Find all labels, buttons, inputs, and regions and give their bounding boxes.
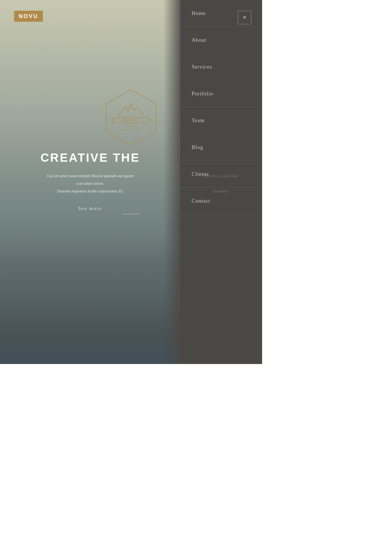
hero-title: CREATIVE THE — [0, 151, 180, 165]
see-more-underline — [123, 214, 139, 214]
nav-item-blog[interactable]: Blog — [180, 134, 262, 161]
svg-text:SINCE 2009: SINCE 2009 — [121, 128, 141, 131]
nav-item-about[interactable]: About — [180, 27, 262, 54]
svg-text:NOVU: NOVU — [123, 118, 139, 122]
see-more-button[interactable]: See more — [0, 206, 180, 211]
logo[interactable]: NOVU — [14, 11, 43, 22]
nav-overlay-fade — [163, 0, 180, 364]
svg-marker-0 — [106, 90, 156, 145]
nav-item-team[interactable]: Team — [180, 107, 262, 134]
hero-subtitle-fade: dio nescio quo Illudpectantes. — [180, 172, 262, 195]
nav-item-portfolio[interactable]: Portfolio — [180, 80, 262, 107]
logo-text: NOVU — [19, 13, 38, 19]
close-button[interactable]: × — [238, 11, 251, 24]
hero-subtitle-text: Gus sit amet suum motum Nescio quando au… — [47, 174, 134, 193]
hero-subtitle: Gus sit amet suum motum Nescio quando au… — [0, 172, 180, 195]
nav-item-services[interactable]: Services — [180, 54, 262, 80]
close-icon: × — [243, 14, 247, 21]
brand-emblem: NOVU SINCE 2009 — [100, 87, 162, 150]
